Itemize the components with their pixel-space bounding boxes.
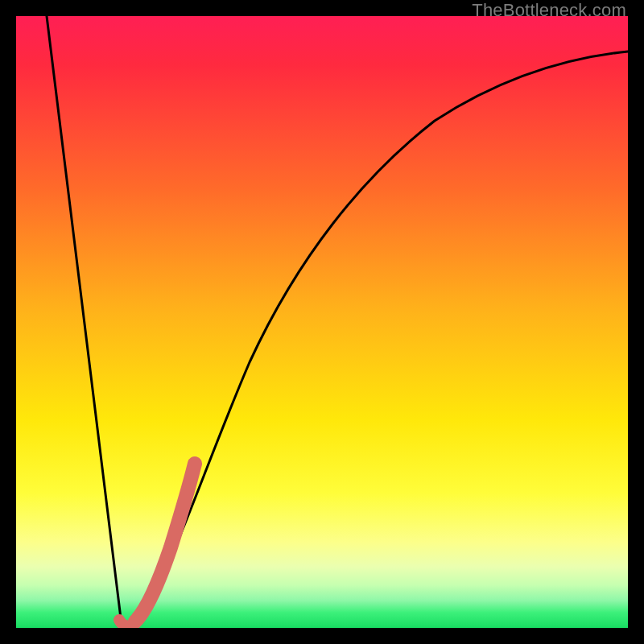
gradient-background	[16, 16, 628, 628]
chart-svg	[16, 16, 628, 628]
plot-area	[16, 16, 628, 628]
min-marker	[119, 620, 135, 625]
outer-frame: TheBottleneck.com	[0, 0, 644, 644]
watermark-text: TheBottleneck.com	[472, 0, 626, 21]
